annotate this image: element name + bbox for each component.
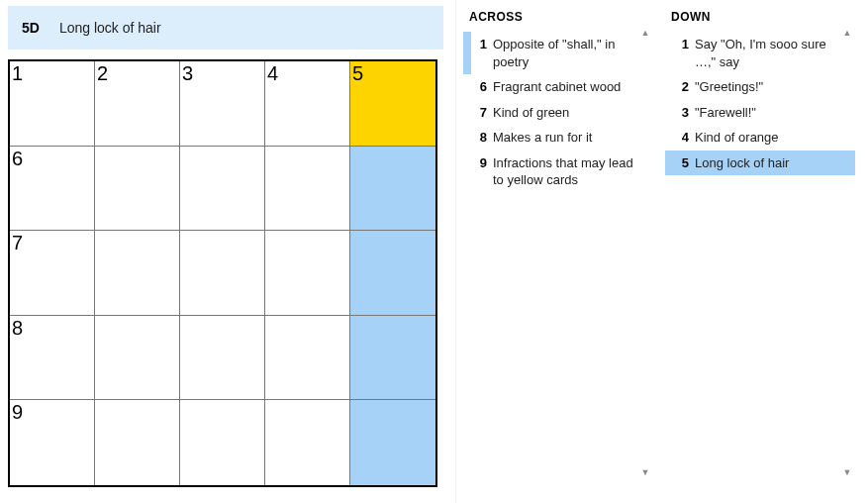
grid-cell[interactable]: 7 (10, 231, 95, 316)
clue-number: 4 (673, 129, 695, 147)
vertical-divider (455, 0, 456, 503)
grid-cell[interactable] (350, 316, 435, 401)
grid-cell[interactable] (350, 400, 435, 485)
clue-text: Long lock of hair (695, 154, 849, 172)
across-clue-item[interactable]: 8Makes a run for it (463, 125, 653, 151)
crossword-grid: 123456789 (8, 59, 437, 487)
grid-cell[interactable]: 4 (265, 61, 350, 147)
grid-cell[interactable] (95, 316, 180, 401)
down-clue-item[interactable]: 4Kind of orange (665, 125, 855, 151)
grid-cell[interactable]: 5 (350, 61, 435, 147)
clue-text: "Greetings!" (695, 78, 849, 96)
grid-cell[interactable] (350, 231, 435, 316)
scroll-up-icon[interactable]: ▲ (841, 28, 853, 38)
across-clue-item[interactable]: 9Infractions that may lead to yellow car… (463, 151, 653, 193)
clue-text: Kind of green (493, 104, 647, 122)
grid-cell[interactable]: 1 (10, 61, 95, 147)
grid-cell[interactable]: 8 (10, 316, 95, 401)
clue-text: Fragrant cabinet wood (493, 78, 647, 96)
grid-cell[interactable]: 2 (95, 61, 180, 147)
current-clue-bar: 5D Long lock of hair (8, 6, 443, 50)
down-header: DOWN (665, 6, 855, 32)
cell-number: 1 (12, 62, 23, 85)
clue-number: 3 (673, 104, 695, 122)
scroll-down-icon[interactable]: ▼ (639, 467, 651, 477)
across-clue-item[interactable]: 1Opposite of "shall," in poetry (463, 32, 653, 74)
grid-cell[interactable] (180, 400, 265, 485)
grid-cell[interactable]: 6 (10, 147, 95, 232)
cell-number: 5 (352, 62, 363, 85)
cell-number: 9 (12, 401, 23, 424)
grid-cell[interactable] (95, 231, 180, 316)
down-clue-item[interactable]: 5Long lock of hair (665, 151, 855, 176)
across-clue-item[interactable]: 6Fragrant cabinet wood (463, 74, 653, 100)
current-clue-text: Long lock of hair (59, 20, 161, 36)
clue-text: Say "Oh, I'm sooo sure …," say (695, 36, 849, 70)
grid-cell[interactable] (180, 231, 265, 316)
grid-cell[interactable] (95, 400, 180, 485)
clue-number: 8 (471, 129, 493, 147)
clue-number: 2 (673, 78, 695, 96)
grid-cell[interactable]: 3 (180, 61, 265, 147)
clue-text: Kind of orange (695, 129, 849, 147)
cell-number: 4 (267, 62, 278, 85)
current-clue-label: 5D (22, 20, 40, 36)
clue-number: 9 (471, 154, 493, 189)
grid-cell[interactable] (265, 147, 350, 232)
grid-cell[interactable]: 9 (10, 400, 95, 485)
across-header: ACROSS (463, 6, 653, 32)
clue-text: Makes a run for it (493, 129, 647, 147)
across-clue-list[interactable]: 1Opposite of "shall," in poetry6Fragrant… (463, 32, 653, 477)
clue-number: 6 (471, 78, 493, 96)
grid-cell[interactable] (95, 147, 180, 232)
down-column: DOWN 1Say "Oh, I'm sooo sure …," say2"Gr… (665, 6, 855, 487)
clue-text: "Farewell!" (695, 104, 849, 122)
grid-cell[interactable] (180, 316, 265, 401)
scroll-down-icon[interactable]: ▼ (841, 467, 853, 477)
clue-text: Opposite of "shall," in poetry (493, 36, 647, 70)
grid-cell[interactable] (350, 147, 435, 232)
cell-number: 6 (12, 148, 23, 170)
cell-number: 8 (12, 317, 23, 340)
down-clue-item[interactable]: 1Say "Oh, I'm sooo sure …," say (665, 32, 855, 74)
grid-cell[interactable] (265, 316, 350, 401)
down-clue-item[interactable]: 2"Greetings!" (665, 74, 855, 100)
cell-number: 2 (97, 62, 108, 85)
clue-number: 1 (471, 36, 493, 70)
cell-number: 7 (12, 232, 23, 254)
grid-cell[interactable] (180, 147, 265, 232)
grid-cell[interactable] (265, 400, 350, 485)
clue-number: 1 (673, 36, 695, 70)
scroll-up-icon[interactable]: ▲ (639, 28, 651, 38)
grid-cell[interactable] (265, 231, 350, 316)
clue-text: Infractions that may lead to yellow card… (493, 154, 647, 189)
clue-number: 5 (673, 154, 695, 172)
across-column: ACROSS 1Opposite of "shall," in poetry6F… (463, 6, 653, 487)
down-clue-item[interactable]: 3"Farewell!" (665, 100, 855, 126)
clue-number: 7 (471, 104, 493, 122)
across-clue-item[interactable]: 7Kind of green (463, 100, 653, 126)
cell-number: 3 (182, 62, 193, 85)
down-clue-list[interactable]: 1Say "Oh, I'm sooo sure …," say2"Greetin… (665, 32, 855, 477)
